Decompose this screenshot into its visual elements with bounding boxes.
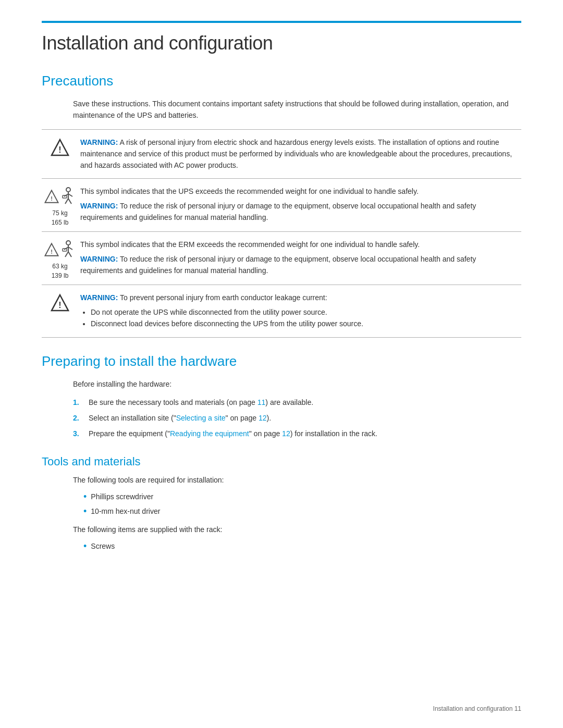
supplied-list: • Screws bbox=[83, 541, 521, 552]
svg-line-16 bbox=[68, 247, 72, 250]
page-container: Installation and configuration Precautio… bbox=[0, 0, 563, 599]
bullet-dot-3: • bbox=[83, 541, 87, 552]
supplied-intro: The following items are supplied with th… bbox=[73, 524, 521, 536]
tools-item-text-1: Phillips screwdriver bbox=[91, 491, 153, 503]
step-link-3a[interactable]: Readying the equipment bbox=[170, 429, 249, 438]
chapter-title-section: Installation and configuration bbox=[42, 21, 521, 54]
preparing-step-1: 1. Be sure the necessary tools and mater… bbox=[73, 397, 521, 409]
warning-bullet-4-1: Do not operate the UPS while disconnecte… bbox=[91, 307, 516, 318]
step-num-3: 3. bbox=[73, 428, 82, 440]
weight-kg-3: 63 kg bbox=[52, 263, 67, 270]
person-lifting-icon-3 bbox=[61, 240, 76, 261]
svg-line-7 bbox=[68, 194, 72, 196]
person-lifting-icon-2 bbox=[61, 187, 76, 207]
warning-triangle-icon-1: ! bbox=[51, 138, 69, 158]
warning-bullets-4: Do not operate the UPS while disconnecte… bbox=[91, 307, 516, 329]
step-link-1[interactable]: 11 bbox=[258, 398, 266, 406]
warning-text-1: A risk of personal injury from electric … bbox=[80, 138, 512, 169]
warning-text2-3: WARNING: To reduce the risk of personal … bbox=[80, 254, 516, 276]
step-num-1: 1. bbox=[73, 397, 82, 409]
page-footer: Installation and configuration 11 bbox=[433, 705, 521, 712]
warning-icon-col-1: ! bbox=[42, 135, 78, 173]
precautions-section: Precautions Save these instructions. Thi… bbox=[42, 73, 521, 338]
preparing-step-3: 3. Prepare the equipment ("Readying the … bbox=[73, 428, 521, 440]
warning-text-col-3: This symbol indicates that the ERM excee… bbox=[78, 237, 521, 279]
tools-section: Tools and materials The following tools … bbox=[42, 455, 521, 552]
tools-list: • Phillips screwdriver • 10-mm hex-nut d… bbox=[83, 491, 521, 517]
svg-text:!: ! bbox=[51, 195, 53, 202]
warning-text-4: To prevent personal injury from earth co… bbox=[120, 293, 327, 302]
warning-row-2: ! bbox=[42, 178, 521, 231]
step-link-2b[interactable]: 12 bbox=[259, 414, 267, 422]
warning-text2-2: WARNING: To reduce the risk of personal … bbox=[80, 201, 516, 223]
svg-point-4 bbox=[66, 188, 70, 192]
svg-text:!: ! bbox=[58, 301, 61, 310]
warning-icon-col-4: ! bbox=[42, 290, 78, 331]
bullet-dot-1: • bbox=[83, 491, 87, 503]
svg-line-9 bbox=[68, 199, 71, 204]
warning-row-1: ! WARNING: A risk of personal injury fro… bbox=[42, 129, 521, 178]
footer-text: Installation and configuration 11 bbox=[433, 705, 521, 712]
precautions-intro: Save these instructions. This document c… bbox=[73, 98, 521, 121]
warning-text-col-1: WARNING: A risk of personal injury from … bbox=[78, 135, 521, 173]
preparing-steps-list: 1. Be sure the necessary tools and mater… bbox=[73, 397, 521, 439]
warning-text-col-4: WARNING: To prevent personal injury from… bbox=[78, 290, 521, 331]
supplied-list-item-1: • Screws bbox=[83, 541, 521, 552]
chapter-title: Installation and configuration bbox=[42, 32, 521, 54]
tools-item-text-2: 10-mm hex-nut driver bbox=[91, 506, 160, 517]
svg-text:!: ! bbox=[51, 249, 53, 255]
step-text-2: Select an installation site ("Selecting … bbox=[89, 413, 271, 424]
warning-detail-3: To reduce the risk of personal injury or… bbox=[80, 255, 476, 275]
step-num-2: 2. bbox=[73, 413, 82, 424]
warning-text1-3: This symbol indicates that the ERM excee… bbox=[80, 239, 516, 251]
warning-row-4: ! WARNING: To prevent personal injury fr… bbox=[42, 285, 521, 337]
preparing-heading: Preparing to install the hardware bbox=[42, 353, 521, 369]
supplied-item-text-1: Screws bbox=[91, 541, 115, 552]
warning-label-4: WARNING: bbox=[80, 293, 118, 302]
weight-lb-2: 165 lb bbox=[52, 219, 69, 226]
warning-triangle-icon-4: ! bbox=[51, 293, 69, 314]
svg-line-8 bbox=[65, 199, 68, 204]
step-text-1: Be sure the necessary tools and material… bbox=[89, 397, 313, 409]
tools-list-item-2: • 10-mm hex-nut driver bbox=[83, 506, 521, 517]
tools-heading: Tools and materials bbox=[42, 455, 521, 468]
tools-list-item-1: • Phillips screwdriver bbox=[83, 491, 521, 503]
warning-icon-col-2: ! bbox=[42, 184, 78, 226]
bullet-dot-2: • bbox=[83, 506, 87, 517]
svg-text:!: ! bbox=[58, 145, 61, 154]
preparing-step-2: 2. Select an installation site ("Selecti… bbox=[73, 413, 521, 424]
svg-line-17 bbox=[65, 252, 68, 257]
warning-row-3: ! bbox=[42, 231, 521, 285]
weight-icons-3: ! bbox=[44, 240, 76, 261]
step-link-3b[interactable]: 12 bbox=[282, 429, 290, 438]
tools-intro: The following tools are required for ins… bbox=[73, 475, 521, 486]
warning-label-1: WARNING: bbox=[80, 138, 118, 146]
weight-triangle-icon-2: ! bbox=[44, 189, 59, 205]
warning-detail-2: To reduce the risk of personal injury or… bbox=[80, 202, 476, 221]
preparing-intro: Before installing the hardware: bbox=[73, 379, 521, 390]
weight-icons-2: ! bbox=[44, 187, 76, 207]
precautions-heading: Precautions bbox=[42, 73, 521, 89]
warning-text1-2: This symbol indicates that the UPS excee… bbox=[80, 186, 516, 198]
warning-label-3: WARNING: bbox=[80, 255, 118, 263]
warning-text-main-4: WARNING: To prevent personal injury from… bbox=[80, 292, 516, 304]
warnings-container: ! WARNING: A risk of personal injury fro… bbox=[42, 129, 521, 337]
weight-kg-2: 75 kg bbox=[52, 209, 67, 217]
svg-point-13 bbox=[66, 241, 70, 245]
warning-label-2: WARNING: bbox=[80, 202, 118, 210]
warning-text-col-2: This symbol indicates that the UPS excee… bbox=[78, 184, 521, 226]
preparing-section: Preparing to install the hardware Before… bbox=[42, 353, 521, 440]
weight-lb-3: 139 lb bbox=[52, 272, 69, 279]
warning-bullet-4-2: Disconnect load devices before disconnec… bbox=[91, 318, 516, 330]
warning-icon-col-3: ! bbox=[42, 237, 78, 279]
weight-triangle-icon-3: ! bbox=[44, 242, 59, 258]
step-text-3: Prepare the equipment ("Readying the equ… bbox=[89, 428, 377, 440]
step-link-2a[interactable]: Selecting a site bbox=[176, 414, 226, 422]
svg-line-18 bbox=[68, 252, 71, 257]
